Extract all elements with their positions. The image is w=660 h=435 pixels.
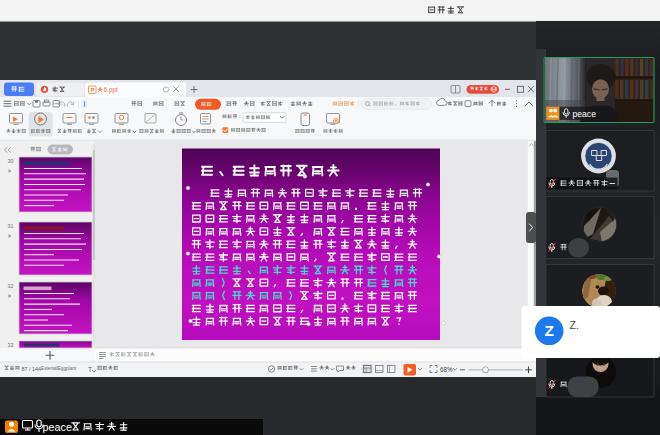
svg-text:31: 31 [8, 223, 14, 229]
svg-text:6.ppt: 6.ppt [104, 86, 118, 94]
svg-text:T: T [88, 366, 92, 373]
svg-text:30: 30 [8, 158, 14, 164]
svg-text:Z.: Z. [570, 319, 579, 331]
svg-text:32: 32 [8, 283, 14, 289]
svg-text:P: P [91, 87, 95, 93]
svg-text:Z: Z [544, 322, 554, 339]
svg-text:EsteriallEggplant: EsteriallEggplant [41, 366, 77, 371]
svg-text:peace: peace [43, 421, 72, 433]
svg-text:peace: peace [573, 109, 597, 119]
svg-text:87 / 144: 87 / 144 [22, 366, 41, 372]
svg-text:33: 33 [8, 342, 14, 348]
svg-text:68%: 68% [440, 366, 453, 373]
